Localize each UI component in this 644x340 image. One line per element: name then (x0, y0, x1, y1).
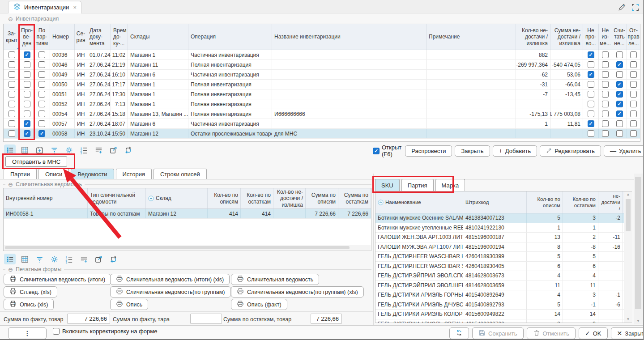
collapse-icon[interactable]: ⊖ (8, 16, 13, 22)
checkbox[interactable] (602, 81, 609, 88)
column-header[interactable]: Кол-во не- достачи / излишка (598, 191, 623, 213)
checkbox[interactable] (630, 61, 637, 68)
settings-icon[interactable] (48, 254, 60, 264)
table-row[interactable]: ГАЛОШИ ЖЕН.ЭВА АРТ.1003 ЛИТЕКС4815196000… (375, 233, 631, 242)
checkbox[interactable] (9, 110, 15, 117)
checkbox[interactable] (602, 130, 609, 137)
column-header[interactable]: Наименование (375, 191, 463, 213)
table-row[interactable]: ГЕЛЬ Д/СТИРКИ АРИЭЛЬ ГОРНЫЙ Р...40154008… (375, 290, 631, 300)
column-header[interactable]: Кол-во по остаткам (241, 188, 273, 208)
checkbox[interactable] (24, 110, 30, 117)
print-button[interactable]: Опись (факт) (231, 299, 287, 310)
column-header[interactable]: Номер (50, 24, 75, 50)
checkbox[interactable] (616, 130, 623, 137)
detail-tab-1[interactable]: Описи (38, 169, 69, 179)
checkbox[interactable]: ✓ (588, 120, 594, 127)
checkbox[interactable] (9, 71, 15, 78)
table-row[interactable]: ГЕЛЬ Д/СТИР.HEER WASCHBAR УНИ...42604189… (375, 262, 631, 272)
detail-tab-3[interactable]: История (116, 169, 152, 179)
column-header[interactable]: Название инвентаризации (272, 24, 426, 50)
refresh-icon[interactable] (107, 254, 119, 264)
checkbox[interactable] (602, 61, 609, 68)
checkbox[interactable] (9, 61, 15, 68)
column-header[interactable]: Се- рия (75, 24, 87, 50)
sku-tab-0[interactable]: SKU (375, 179, 400, 191)
print-button[interactable]: Опись (110, 299, 148, 310)
calendar-add-icon[interactable] (34, 144, 45, 155)
checkbox[interactable] (38, 71, 45, 78)
filter-icon[interactable] (34, 254, 45, 264)
scrollbar-thumb[interactable] (635, 177, 641, 309)
column-header[interactable]: Кол-во по описям (527, 191, 563, 213)
settings-icon[interactable] (63, 144, 75, 155)
column-header[interactable]: Сумма по описям (306, 188, 338, 208)
collapse-icon[interactable]: ⊖ (8, 267, 13, 272)
checkbox[interactable]: ✓ (24, 120, 30, 127)
checkbox[interactable]: ✓ (373, 148, 380, 154)
table-row[interactable]: ГЕЛЬ Д/СТИР.HEER WASCHBAR КОЛ...42604189… (375, 252, 631, 262)
checkbox[interactable] (630, 110, 637, 117)
send-to-mns-button[interactable]: Отправить в МНС (5, 156, 67, 167)
checkbox[interactable] (53, 328, 60, 335)
checkbox[interactable]: ✓ (616, 101, 623, 107)
column-header[interactable]: Внутренний номер (4, 188, 88, 208)
column-header[interactable]: Тип сличительной ведомости (88, 188, 146, 208)
print-button[interactable]: Опись (xls) (4, 299, 54, 310)
print-button[interactable]: Сличительная ведомость (итоги) (xls) (110, 274, 230, 285)
table-row[interactable]: ✓00036ИН01.07.2411:02Магазин 1Частичная … (4, 50, 640, 60)
checkbox[interactable] (616, 71, 623, 78)
checkbox[interactable] (38, 120, 45, 127)
column-header[interactable]: Счи- тать не... (612, 24, 627, 50)
table-row[interactable]: ГЕЛЬ Д/СТИРКИ АРИЭЛЬ СВЕЖ.ЛЕН...40154008… (375, 319, 631, 323)
column-header[interactable]: Кол-во по остаткам (563, 191, 598, 213)
checkbox[interactable] (630, 130, 637, 137)
edit-button[interactable]: Редактировать (540, 145, 601, 157)
detail-tab-0[interactable]: Партии (4, 169, 37, 179)
column-header[interactable]: Операция (188, 24, 272, 50)
sku-tab-1[interactable]: Партия (401, 179, 434, 191)
checkbox[interactable] (602, 110, 609, 117)
checkbox[interactable]: ✓ (616, 61, 623, 68)
table-row[interactable]: ГАЛОШИ МУЖ.ЭВА АРТ.1007 ЛИТЕКС4815196000… (375, 242, 631, 252)
close-window-button[interactable]: ✕Закрыть (611, 327, 644, 339)
table-row[interactable]: ИН00058-1Товары по остаткамМагазин 12414… (4, 209, 371, 219)
checkbox[interactable] (24, 81, 30, 88)
print-button[interactable]: Сличительная ведомость (231, 274, 319, 285)
numbered-list-icon[interactable]: 123 (78, 144, 90, 155)
close-document-button[interactable]: Закрыть (455, 145, 490, 157)
tab-close-icon[interactable]: × (73, 4, 77, 11)
collapse-icon[interactable]: ⊖ (8, 182, 13, 187)
maximize-icon[interactable] (630, 2, 640, 12)
checkbox[interactable] (630, 120, 637, 127)
list-view-icon[interactable] (4, 254, 16, 264)
checkbox[interactable]: ✓ (616, 110, 623, 117)
column-header[interactable]: Кол-во не- достачи / излишка (516, 24, 550, 50)
checkbox[interactable]: ✓ (588, 71, 594, 78)
add-list-icon[interactable] (78, 254, 90, 264)
column-header[interactable]: Про- ве- ден (20, 24, 34, 50)
column-header[interactable]: Сумма не- достачи / излишка (550, 24, 583, 50)
checkbox[interactable] (588, 130, 594, 137)
checkbox[interactable]: ✓ (588, 51, 594, 58)
scrollbar-thumb[interactable] (626, 199, 631, 231)
column-header[interactable]: За- крыт (4, 24, 20, 50)
checkbox[interactable] (24, 71, 30, 78)
more-menu-button[interactable]: ⋮ (8, 327, 47, 339)
add-button[interactable]: +Добавить (493, 145, 537, 157)
column-header[interactable]: Кол-во не- достачи / излишка (273, 188, 306, 208)
checkbox[interactable]: ✓ (616, 91, 623, 98)
column-header[interactable]: Склад (146, 188, 208, 208)
scroll-down-icon[interactable]: ▼ (624, 316, 632, 323)
checkbox[interactable] (588, 91, 594, 98)
checkbox[interactable] (38, 81, 45, 88)
horizontal-scrollbar[interactable] (4, 245, 371, 250)
column-header[interactable]: Дата доку- мента (87, 24, 111, 50)
checkbox[interactable] (24, 61, 30, 68)
checkbox[interactable] (38, 101, 45, 107)
checkbox[interactable]: ✓ (24, 130, 30, 137)
table-row[interactable]: 00050ИН27.06.2417:17Магазин 1Полная инве… (4, 80, 640, 89)
sku-tab-2[interactable]: Марка (435, 179, 465, 191)
column-header[interactable]: Сумма по остаткам (338, 188, 371, 208)
add-list-icon[interactable] (93, 144, 104, 155)
refresh-icon[interactable] (122, 144, 134, 155)
